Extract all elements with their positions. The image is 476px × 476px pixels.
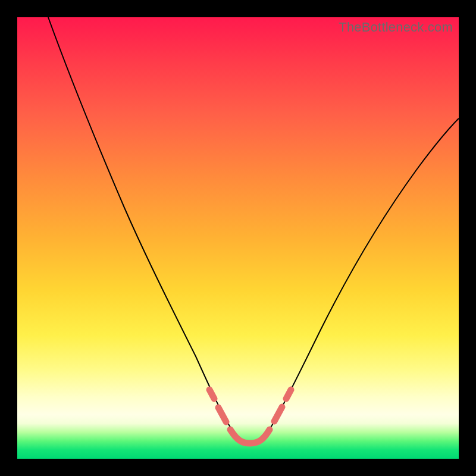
plot-area: TheBottleneck.com: [17, 17, 459, 459]
marker-seg-3: [230, 430, 270, 443]
marker-seg-2: [218, 408, 226, 422]
marker-seg-5: [286, 390, 291, 399]
marker-seg-4: [274, 407, 282, 421]
chart-frame: TheBottleneck.com: [0, 0, 476, 476]
curve-svg: [17, 17, 459, 459]
bottleneck-curve-path: [48, 17, 459, 443]
marker-seg-1: [209, 390, 214, 399]
